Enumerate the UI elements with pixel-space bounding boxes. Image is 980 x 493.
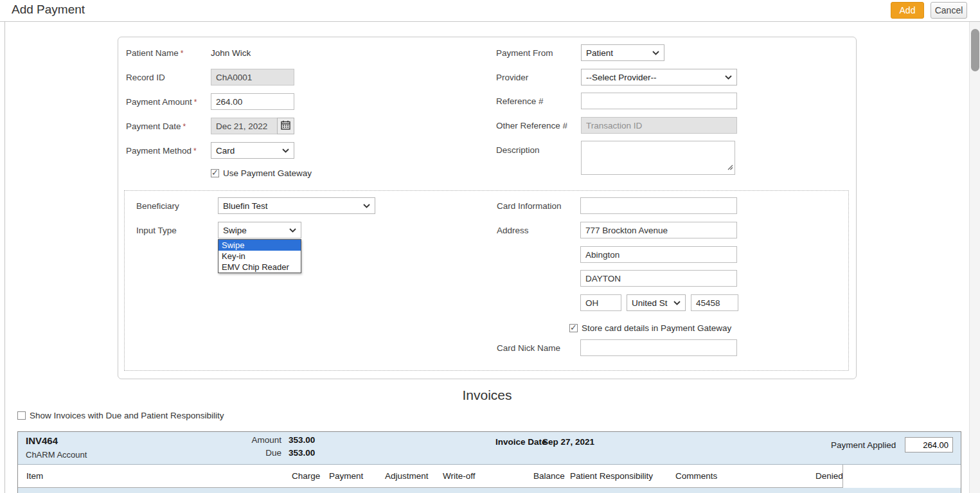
col-header-denied: Denied — [815, 471, 843, 481]
payment-amount-input[interactable] — [211, 93, 294, 110]
col-header-write-off: Write-off — [443, 471, 476, 481]
scrollbar-thumb[interactable] — [971, 29, 979, 71]
address-zip-input[interactable] — [691, 294, 738, 311]
panel-left-edge — [4, 21, 5, 493]
col-header-payment: Payment — [329, 471, 363, 481]
invoice-panel: INV464 ChARM Account Amount 353.00 Due 3… — [17, 431, 961, 493]
resize-handle-icon[interactable] — [727, 161, 733, 173]
invoice-header-band: INV464 ChARM Account Amount 353.00 Due 3… — [18, 432, 961, 465]
scrollbar-track[interactable] — [969, 22, 980, 493]
patient-name-label: Patient Name* — [126, 48, 183, 58]
payment-method-label: Payment Method* — [126, 146, 197, 156]
invoice-due-label: Due — [243, 448, 281, 458]
invoice-date-label: Invoice Date — [495, 437, 547, 447]
payment-amount-label: Payment Amount* — [126, 97, 197, 107]
invoice-item-row-edge — [18, 488, 961, 493]
payment-from-label: Payment From — [496, 48, 553, 58]
input-type-select[interactable]: Swipe — [218, 222, 301, 238]
gateway-section: Beneficiary Bluefin Test Input Type Swip… — [124, 190, 849, 371]
col-header-patient-responsibility: Patient Responsibility — [570, 471, 653, 481]
use-payment-gateway-label: Use Payment Gateway — [223, 168, 312, 178]
provider-label: Provider — [496, 73, 528, 82]
invoice-filter-row: Show Invoices with Due and Patient Respo… — [17, 411, 224, 420]
beneficiary-label: Beneficiary — [136, 201, 179, 211]
chevron-down-icon — [363, 204, 370, 208]
payment-applied-label: Payment Applied — [831, 440, 896, 450]
address-state-input[interactable] — [580, 294, 621, 311]
address-line2-input[interactable] — [580, 246, 737, 263]
col-header-adjustment: Adjustment — [385, 471, 429, 481]
required-asterisk: * — [183, 122, 186, 131]
store-card-checkbox[interactable] — [569, 324, 578, 332]
input-type-label: Input Type — [136, 226, 177, 235]
patient-name-value: John Wick — [211, 48, 251, 58]
col-header-balance: Balance — [533, 471, 565, 481]
address-city-input[interactable] — [580, 270, 737, 287]
other-reference-label: Other Reference # — [496, 121, 567, 130]
invoice-date-value: Sep 27, 2021 — [542, 437, 594, 447]
col-header-item: Item — [26, 471, 43, 481]
show-invoices-filter-label: Show Invoices with Due and Patient Respo… — [30, 411, 224, 420]
payment-from-select[interactable]: Patient — [581, 44, 664, 61]
provider-select[interactable]: --Select Provider-- — [581, 69, 737, 85]
chevron-down-icon — [673, 301, 681, 305]
required-asterisk: * — [194, 98, 197, 107]
chevron-down-icon — [289, 228, 296, 233]
beneficiary-select[interactable]: Bluefin Test — [218, 197, 375, 214]
record-id-label: Record ID — [126, 73, 165, 82]
chevron-down-icon — [725, 75, 732, 80]
add-button[interactable]: Add — [891, 2, 924, 19]
invoice-number: INV464 — [26, 435, 58, 446]
address-label: Address — [497, 226, 529, 235]
description-label: Description — [496, 145, 540, 155]
store-card-label: Store card details in Payment Gateway — [582, 323, 731, 333]
reference-input[interactable] — [581, 93, 737, 109]
show-invoices-filter-checkbox[interactable] — [17, 411, 26, 420]
use-payment-gateway-row: Use Payment Gateway — [211, 168, 312, 178]
payment-date-label: Payment Date* — [126, 121, 186, 131]
card-information-input[interactable] — [580, 197, 737, 214]
invoice-amount-label: Amount — [243, 435, 281, 445]
col-header-comments: Comments — [675, 471, 717, 481]
description-textarea[interactable] — [581, 141, 735, 175]
use-payment-gateway-checkbox[interactable] — [211, 169, 219, 177]
payment-date-input[interactable] — [211, 118, 278, 134]
card-information-label: Card Information — [497, 201, 562, 211]
chevron-down-icon — [652, 51, 659, 55]
record-id-input[interactable] — [211, 69, 294, 85]
payment-method-select[interactable]: Card — [211, 142, 294, 159]
card-nick-name-label: Card Nick Name — [497, 343, 560, 353]
dropdown-option-swipe[interactable]: Swipe — [218, 240, 301, 251]
header-column-divider — [842, 465, 843, 488]
reference-label: Reference # — [496, 96, 544, 106]
calendar-icon — [281, 120, 290, 132]
invoice-table-header-row: Item Charge Payment Adjustment Write-off… — [18, 465, 961, 488]
other-reference-input[interactable] — [581, 117, 737, 134]
invoice-account: ChARM Account — [26, 450, 87, 460]
topbar-divider — [0, 21, 980, 22]
address-line1-input[interactable] — [580, 222, 737, 238]
chevron-down-icon — [282, 148, 289, 153]
invoices-heading: Invoices — [0, 388, 974, 403]
card-nick-name-input[interactable] — [580, 339, 737, 356]
page-title: Add Payment — [12, 3, 85, 17]
col-header-charge: Charge — [292, 471, 320, 481]
store-card-row: Store card details in Payment Gateway — [569, 323, 731, 333]
required-asterisk: * — [181, 49, 184, 58]
dropdown-option-key-in[interactable]: Key-in — [218, 251, 301, 262]
calendar-button[interactable] — [277, 118, 294, 134]
dropdown-option-emv-chip-reader[interactable]: EMV Chip Reader — [218, 262, 301, 273]
input-type-dropdown-list: Swipe Key-in EMV Chip Reader — [218, 239, 301, 273]
cancel-button[interactable]: Cancel — [931, 2, 967, 19]
payment-applied-input[interactable] — [905, 437, 953, 453]
required-asterisk: * — [193, 147, 197, 156]
invoice-due-value: 353.00 — [289, 448, 315, 458]
add-payment-screen: Add Payment Add Cancel Patient Name* Joh… — [0, 0, 980, 493]
address-country-select[interactable]: United St — [627, 294, 686, 311]
payment-form-box: Patient Name* John Wick Record ID Paymen… — [118, 37, 857, 379]
invoice-amount-value: 353.00 — [289, 435, 315, 445]
